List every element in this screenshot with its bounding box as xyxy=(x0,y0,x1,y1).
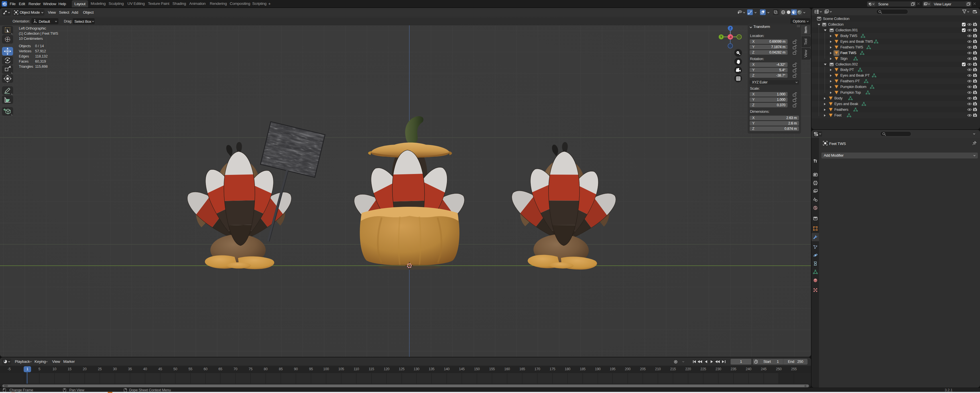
svg-text:Y: Y xyxy=(720,35,722,38)
svg-text:-X: -X xyxy=(729,36,732,39)
svg-text:Z: Z xyxy=(729,27,732,30)
